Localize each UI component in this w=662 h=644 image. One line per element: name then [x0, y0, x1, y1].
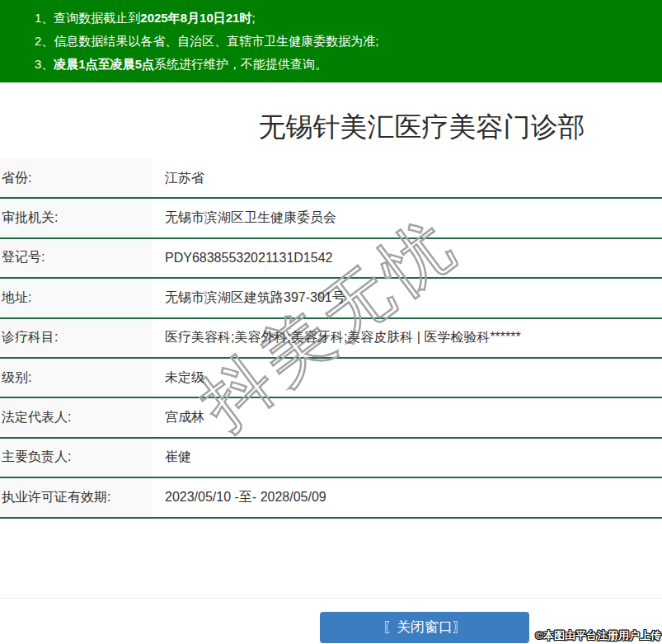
row-label-text: 诊疗科目: — [2, 329, 58, 346]
notice-line-2: 2、信息数据结果以各省、自治区、直辖市卫生健康委数据为准; — [35, 30, 654, 53]
row-label-text: 登记号: — [2, 249, 45, 266]
row-value-text: 江苏省 — [165, 170, 204, 187]
row-value: 未定级 — [153, 359, 662, 397]
notice-text: 信息数据结果以各省、自治区、直辖市卫生健康委数据为准; — [54, 34, 378, 48]
table-row-main-person-in-charge: 主要负责人: 崔健 — [0, 439, 662, 478]
row-label-text: 执业许可证有效期: — [2, 489, 110, 506]
row-value-text: 医疗美容科;美容外科;美容牙科;美容皮肤科 | 医学检验科****** — [165, 329, 521, 346]
table-row-level: 级别: 未定级 — [0, 359, 662, 398]
row-label-text: 省份: — [2, 170, 31, 187]
row-value: 无锡市滨湖区卫生健康委员会 — [153, 199, 662, 237]
row-value-text: 未定级 — [165, 369, 204, 387]
row-value-text: 无锡市滨湖区卫生健康委员会 — [165, 209, 336, 227]
row-label: 地址: — [0, 279, 153, 317]
table-row-legal-representative: 法定代表人: 宫成林 — [0, 398, 662, 438]
notice-number: 1、 — [35, 11, 54, 25]
row-label: 诊疗科目: — [0, 319, 153, 357]
row-value-text: 崔健 — [165, 449, 191, 466]
row-value: PDY68385532021131D1542 — [153, 239, 662, 277]
notice-bold-text: 2025年8月10日21时 — [140, 11, 251, 25]
close-window-button[interactable]: 〖关闭窗口〗 — [320, 612, 529, 643]
row-label: 法定代表人: — [0, 398, 153, 436]
notice-text: 查询数据截止到 — [54, 11, 140, 25]
row-value: 2023/05/10 -至- 2028/05/09 — [153, 478, 662, 516]
notice-text: ; — [251, 11, 255, 25]
row-label-text: 级别: — [2, 369, 31, 387]
row-value: 江苏省 — [153, 159, 662, 197]
row-label: 级别: — [0, 359, 153, 397]
upload-attribution: ©本图由平台注册用户上传 — [535, 628, 661, 643]
row-label: 主要负责人: — [0, 439, 153, 477]
row-value-text: 无锡市滨湖区建筑路397-301号 — [165, 289, 345, 307]
row-value: 医疗美容科;美容外科;美容牙科;美容皮肤科 | 医学检验科****** — [153, 319, 662, 357]
table-row-registration-number: 登记号: PDY68385532021131D1542 — [0, 239, 662, 279]
row-label-text: 法定代表人: — [2, 409, 71, 426]
page-title: 无锡针美汇医疗美容门诊部 — [0, 112, 662, 142]
row-label: 执业许可证有效期: — [0, 478, 153, 516]
notice-text: 系统进行维护，不能提供查询。 — [154, 57, 327, 71]
table-row-medical-subjects: 诊疗科目: 医疗美容科;美容外科;美容牙科;美容皮肤科 | 医学检验科*****… — [0, 319, 662, 359]
row-value: 宫成林 — [153, 398, 662, 436]
row-label-text: 主要负责人: — [2, 449, 71, 466]
row-label-text: 审批机关: — [2, 209, 58, 227]
table-row-province: 省份: 江苏省 — [0, 159, 662, 199]
table-row-address: 地址: 无锡市滨湖区建筑路397-301号 — [0, 279, 662, 318]
row-value: 无锡市滨湖区建筑路397-301号 — [153, 279, 662, 317]
row-label: 省份: — [0, 159, 153, 197]
row-label: 审批机关: — [0, 199, 153, 237]
row-value: 崔健 — [153, 439, 662, 477]
table-row-license-validity: 执业许可证有效期: 2023/05/10 -至- 2028/05/09 — [0, 478, 662, 518]
notice-banner: 1、查询数据截止到2025年8月10日21时; 2、信息数据结果以各省、自治区、… — [0, 0, 662, 82]
row-value-text: PDY68385532021131D1542 — [165, 251, 332, 266]
row-label-text: 地址: — [2, 289, 31, 307]
table-row-approval-authority: 审批机关: 无锡市滨湖区卫生健康委员会 — [0, 199, 662, 238]
row-value-text: 宫成林 — [165, 409, 204, 426]
footer-divider — [0, 598, 662, 599]
notice-line-3: 3、凌晨1点至凌晨5点系统进行维护，不能提供查询。 — [35, 53, 654, 76]
row-label: 登记号: — [0, 239, 153, 277]
notice-number: 3、 — [35, 57, 54, 71]
notice-line-1: 1、查询数据截止到2025年8月10日21时; — [35, 7, 654, 30]
notice-number: 2、 — [35, 34, 54, 48]
notice-bold-text: 凌晨1点至凌晨5点 — [54, 57, 154, 71]
row-value-text: 2023/05/10 -至- 2028/05/09 — [165, 489, 326, 506]
info-table: 省份: 江苏省 审批机关: 无锡市滨湖区卫生健康委员会 登记号: PDY6838… — [0, 159, 662, 519]
